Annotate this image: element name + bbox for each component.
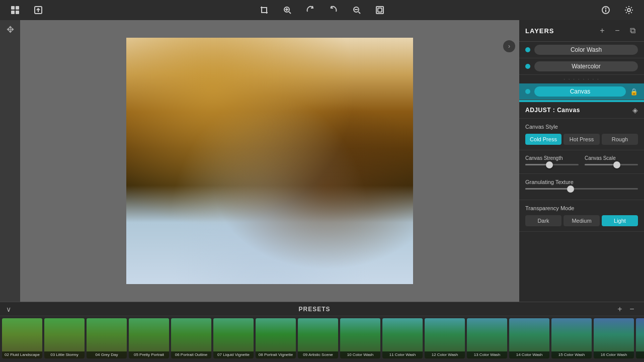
layer-dot-color-wash [525,47,530,52]
dark-btn[interactable]: Dark [525,215,561,226]
granulating-fill [525,188,571,190]
toolbar-right [599,3,636,17]
adjust-title: ADJUST : Canvas [525,107,632,114]
svg-line-7 [289,12,291,14]
zoom-out-icon[interactable] [350,3,364,17]
preset-thumb-02[interactable]: 02 Fluid Landscape [2,318,42,358]
lock-icon[interactable]: 🔒 [630,88,638,96]
preset-thumb-12[interactable]: 12 Color Wash [425,318,465,358]
layer-item-canvas[interactable]: Canvas 🔒 [519,83,644,100]
canvas-scale-thumb[interactable] [613,161,620,168]
layer-separator: · · · · · · · · [519,75,644,83]
preset-thumb-05[interactable]: 05 Pretty Portrait [129,318,169,358]
preset-label: 08 Portrait Vignette [256,351,296,358]
canvas-style-label: Canvas Style [525,124,638,130]
main-content: ✥ › LAYERS + − ⧉ Color Wash Watercolor [0,20,644,302]
presets-thumbnails: 02 Fluid Landscape03 Little Stormy04 Gre… [0,316,644,362]
canvas-strength-track [525,164,579,165]
svg-point-18 [627,9,630,12]
duplicate-layer-btn[interactable]: ⧉ [627,25,638,36]
granulating-texture-section: Granulating Texture [519,174,644,200]
media-icon[interactable] [8,3,22,17]
zoom-in-icon[interactable] [280,3,294,17]
hot-press-btn[interactable]: Hot Press [564,134,600,145]
info-icon[interactable] [599,3,613,17]
frame-icon[interactable] [373,3,387,17]
canvas-strength-scale-section: Canvas Strength Canvas Scale [519,150,644,174]
layer-dot-canvas [525,89,530,94]
layers-header: LAYERS + − ⧉ [519,20,644,42]
canvas-style-section: Canvas Style Cold Press Hot Press Rough [519,119,644,150]
transparency-mode-label: Transparency Mode [525,205,638,211]
preset-thumb-16[interactable]: 16 Color Wash [594,318,634,358]
canvas-strength-thumb[interactable] [546,161,553,168]
toolbar-center [257,3,387,17]
remove-layer-btn[interactable]: − [612,25,623,36]
crop-icon[interactable] [257,3,271,17]
layer-item-watercolor[interactable]: Watercolor [519,58,644,75]
left-panel: ✥ [0,20,20,302]
light-btn[interactable]: Light [602,215,638,226]
svg-point-17 [606,8,606,9]
rotate-icon[interactable] [303,3,317,17]
canvas-strength-label: Canvas Strength [525,155,579,161]
preset-label: 03 Little Stormy [44,351,85,358]
preset-label: 13 Color Wash [467,351,507,358]
presets-remove-btn[interactable]: − [626,303,638,315]
preset-label: 02 Fluid Landscape [2,351,42,358]
presets-header: ∨ PRESETS + − [0,302,644,316]
preset-label: 09 Artistic Scene [298,351,338,358]
cold-press-btn[interactable]: Cold Press [525,134,561,145]
canvas-scale-track [585,164,638,165]
rough-btn[interactable]: Rough [602,134,638,145]
layer-item-color-wash[interactable]: Color Wash [519,42,644,58]
preset-thumb-03[interactable]: 03 Little Stormy [44,318,85,358]
presets-add-btn[interactable]: + [614,303,626,315]
adjust-settings-icon[interactable]: ◈ [632,106,638,114]
preset-thumb-06[interactable]: 06 Portrait Outline [171,318,211,358]
svg-rect-2 [11,11,15,14]
preset-label: 17 Tropical M [636,351,644,358]
add-layer-btn[interactable]: + [597,25,608,36]
flip-icon[interactable] [327,3,341,17]
transparency-mode-buttons: Dark Medium Light [525,215,638,226]
preset-thumb-07[interactable]: 07 Liquid Vignette [213,318,254,358]
top-toolbar [0,0,644,20]
medium-btn[interactable]: Medium [564,215,600,226]
preset-label: 06 Portrait Outline [171,351,211,358]
preset-label: 16 Color Wash [594,351,634,358]
preset-label: 14 Color Wash [509,351,549,358]
presets-toggle-btn[interactable]: ∨ [6,305,11,313]
preset-label: 10 Color Wash [340,351,380,358]
preset-thumb-10[interactable]: 10 Color Wash [340,318,380,358]
svg-rect-1 [16,6,19,10]
preset-thumb-04[interactable]: 04 Grey Day [87,318,127,358]
preset-thumb-15[interactable]: 15 Color Wash [551,318,592,358]
preset-thumb-11[interactable]: 11 Color Wash [382,318,423,358]
settings-icon[interactable] [622,3,636,17]
preset-thumb-08[interactable]: 08 Portrait Vignette [256,318,296,358]
export-icon[interactable] [31,3,45,17]
right-panel: › LAYERS + − ⧉ Color Wash Watercolor · ·… [519,20,644,302]
preset-thumb-17[interactable]: 17 Tropical M [636,318,644,358]
layer-dot-watercolor [525,64,530,69]
strength-scale-row: Canvas Strength Canvas Scale [525,155,638,165]
preset-label: 05 Pretty Portrait [129,351,169,358]
layer-label-color-wash: Color Wash [534,45,638,55]
svg-rect-3 [16,11,19,14]
preset-label: 04 Grey Day [87,351,127,358]
move-icon[interactable]: ✥ [7,24,14,35]
granulating-thumb[interactable] [567,186,574,193]
svg-line-11 [359,12,361,14]
preset-thumb-14[interactable]: 14 Color Wash [509,318,549,358]
svg-rect-14 [378,8,382,12]
canvas-area[interactable] [20,20,519,302]
adjust-header: ADJUST : Canvas ◈ [519,102,644,119]
canvas-image [126,38,413,284]
layer-label-watercolor: Watercolor [534,61,638,71]
preset-thumb-13[interactable]: 13 Color Wash [467,318,507,358]
canvas-strength-col: Canvas Strength [525,155,579,165]
preset-thumb-09[interactable]: 09 Artistic Scene [298,318,338,358]
presets-bar: ∨ PRESETS + − 02 Fluid Landscape03 Littl… [0,302,644,362]
transparency-mode-section: Transparency Mode Dark Medium Light [519,200,644,232]
